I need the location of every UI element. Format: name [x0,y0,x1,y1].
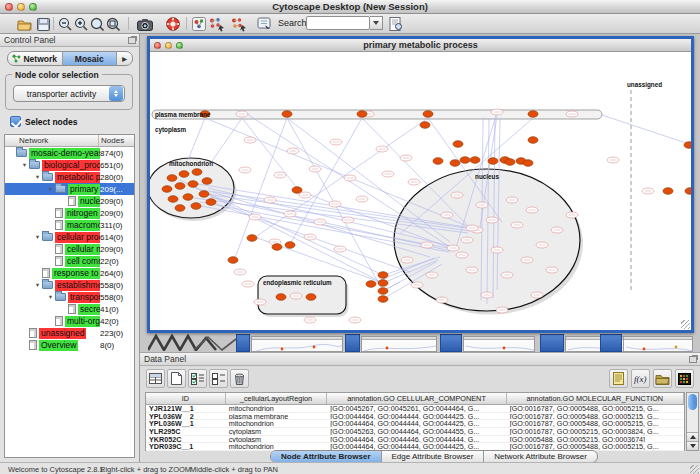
transporter-gene-node[interactable] [191,203,201,210]
open-session-icon[interactable] [16,16,33,32]
transporter-gene-node[interactable] [453,141,463,148]
transporter-gene-node[interactable] [420,122,430,129]
transporter-gene-node[interactable] [282,111,292,118]
background-window-titlebar[interactable] [236,334,250,352]
zoom-selected-region-icon[interactable] [88,16,105,32]
unselect-all-attributes-icon[interactable] [209,369,228,388]
table-row[interactable]: YLR295Ccytoplasm[GO:0045263, GO:0044464,… [146,428,684,436]
transporter-gene-node[interactable] [663,188,673,195]
column-header[interactable]: ID [146,393,226,404]
transporter-gene-node[interactable] [378,288,388,295]
select-all-attributes-icon[interactable] [188,369,207,388]
transporter-gene-node[interactable] [357,111,367,118]
transporter-gene-node[interactable] [528,111,538,118]
network-edge[interactable] [210,118,242,164]
expand-arrow-icon[interactable]: ▼ [46,294,55,300]
tree-row-establishment-of-lo[interactable]: ▼establishment of lo558(0) [5,279,134,291]
transporter-gene-node[interactable] [460,157,470,164]
transporter-gene-node[interactable] [470,157,480,164]
background-window[interactable] [623,336,693,352]
transporter-gene-node[interactable] [183,194,193,201]
network-edge[interactable] [287,118,450,242]
import-attributes-icon[interactable] [653,369,672,388]
annotation-icon[interactable] [256,16,273,32]
zoom-fit-icon[interactable] [104,16,121,32]
tree-row-metabolic-process[interactable]: ▼metabolic process280(0) [5,171,134,183]
table-row[interactable]: YKR052Ccytoplasm[GO:0044464, GO:0044446,… [146,436,684,444]
transporter-gene-node[interactable] [684,142,691,149]
attribute-matrix-icon[interactable] [675,369,694,388]
hide-selected-icon[interactable] [230,16,247,32]
transporter-gene-node[interactable] [285,242,295,249]
tree-row-secretion[interactable]: secretion41(0) [5,303,134,315]
table-row[interactable]: YPL036W__2plasma membrane[GO:0044464, GO… [146,413,684,421]
tree-row-macromolecule[interactable]: macromolecule311(0) [5,219,134,231]
tree-row-primary-metabo[interactable]: ▼primary metabo209(... [5,183,134,195]
network-edge[interactable] [180,180,383,283]
transporter-gene-node[interactable] [167,175,177,182]
network-canvas[interactable]: plasma membrane cytoplasm mitochondrion … [150,52,691,330]
background-window-titlebar[interactable] [600,334,622,352]
search-dropdown-button[interactable] [370,16,383,30]
transporter-gene-node[interactable] [168,196,178,203]
tab-mosaic[interactable]: Mosaic [63,52,118,65]
function-builder-icon[interactable]: f(x) [631,369,650,388]
tab-node-attribute-browser[interactable]: Node Attribute Browser [271,451,382,462]
expand-arrow-icon[interactable]: ▼ [33,234,42,240]
transporter-gene-node[interactable] [433,158,443,165]
tree-row-cellular-metabol[interactable]: cellular metabol209(0) [5,243,134,255]
tab-network-attribute-browser[interactable]: Network Attribute Browser [484,451,596,462]
transporter-gene-node[interactable] [450,160,460,167]
column-nodes[interactable]: Nodes [99,135,134,146]
column-header[interactable]: annotation.GO MOLECULAR_FUNCTION [507,393,684,404]
transporter-gene-node[interactable] [366,281,376,288]
select-network-nodes-icon[interactable] [208,16,225,32]
tree-row-unassigned[interactable]: unassigned223(0) [5,327,134,339]
network-edge[interactable] [602,115,689,144]
float-panel-icon[interactable] [689,356,697,363]
vizmapper-icon[interactable] [190,16,207,32]
tree-row-nucleobase-[interactable]: nucleobase-...209(0) [5,195,134,207]
transporter-gene-node[interactable] [488,158,498,165]
table-row[interactable]: YJR121W__1mitochondrion[GO:0045267, GO:0… [146,405,684,413]
tree-row-nitrogen-compo[interactable]: nitrogen compo209(0) [5,207,134,219]
zoom-out-icon[interactable] [56,16,73,32]
node-color-attribute-select[interactable]: transporter activity [13,85,125,102]
transporter-gene-node[interactable] [202,178,212,185]
transporter-gene-node[interactable] [175,205,185,212]
window-titlebar[interactable]: Cytoscape Desktop (New Session) [0,0,700,14]
transporter-gene-node[interactable] [378,296,388,303]
tab-edge-attribute-browser[interactable]: Edge Attribute Browser [382,451,485,462]
help-icon[interactable] [164,16,181,32]
expand-arrow-icon[interactable]: ▼ [20,162,29,168]
background-window-titlebar[interactable] [345,334,360,352]
search-input[interactable] [306,16,370,30]
tree-row-overview[interactable]: Overview8(0) [5,339,134,351]
transporter-gene-node[interactable] [685,188,691,195]
network-edge[interactable] [235,118,287,258]
transporter-gene-node[interactable] [247,235,257,242]
snapshot-icon[interactable] [136,16,153,32]
transporter-gene-node[interactable] [423,111,433,118]
column-network[interactable]: Network [5,135,99,146]
tree-row-cell-communicat[interactable]: cell communicat22(0) [5,255,134,267]
transporter-gene-node[interactable] [175,183,185,190]
attribute-editor-icon[interactable] [609,369,628,388]
tree-row-response-to-stimul[interactable]: response to stimul264(0) [5,267,134,279]
transporter-gene-node[interactable] [306,294,316,301]
transporter-gene-node[interactable] [292,187,302,194]
scrollbar-thumb[interactable] [688,394,697,410]
transporter-gene-node[interactable] [162,186,172,193]
transporter-gene-node[interactable] [192,169,202,176]
tree-row-transport[interactable]: ▼transport558(0) [5,291,134,303]
create-attribute-icon[interactable] [167,369,186,388]
scroll-down-icon[interactable] [687,441,698,450]
transporter-gene-node[interactable] [378,272,388,279]
select-nodes-checkbox[interactable] [10,116,21,127]
table-scrollbar[interactable] [686,392,699,451]
network-edge[interactable] [188,118,205,160]
expand-arrow-icon[interactable]: ▼ [46,186,55,192]
transporter-gene-node[interactable] [276,294,286,301]
app-resize-grip[interactable] [690,465,699,474]
transporter-gene-node[interactable] [523,160,533,167]
